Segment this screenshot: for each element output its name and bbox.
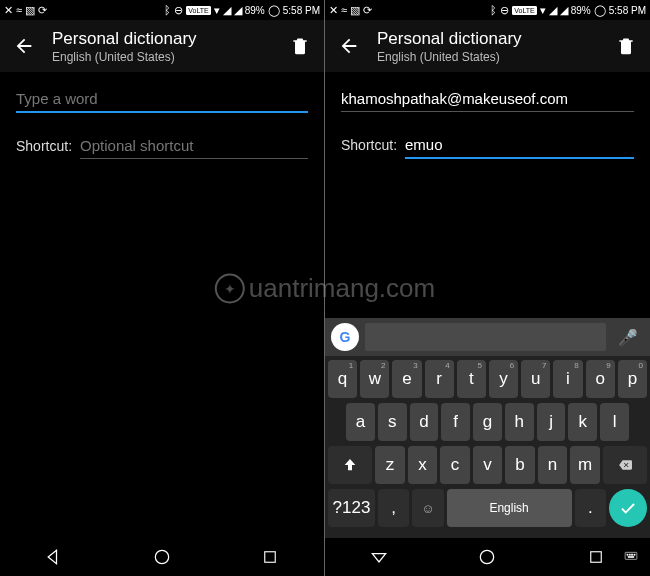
refresh-icon: ⟳ — [38, 5, 47, 16]
key-l[interactable]: l — [600, 403, 629, 441]
dnd-icon: ⊖ — [174, 5, 183, 16]
enter-key[interactable] — [609, 489, 647, 527]
key-x[interactable]: x — [408, 446, 438, 484]
key-s[interactable]: s — [378, 403, 407, 441]
key-r[interactable]: r4 — [425, 360, 454, 398]
key-v[interactable]: v — [473, 446, 503, 484]
svg-point-0 — [155, 550, 168, 563]
battery-percent: 89% — [245, 5, 265, 16]
page-subtitle: English (United States) — [52, 50, 272, 64]
wifi-icon: ▾ — [540, 5, 546, 16]
key-b[interactable]: b — [505, 446, 535, 484]
nav-recent-button[interactable] — [585, 546, 607, 568]
key-m[interactable]: m — [570, 446, 600, 484]
key-p[interactable]: p0 — [618, 360, 647, 398]
wifi-icon: ▾ — [214, 5, 220, 16]
key-g[interactable]: g — [473, 403, 502, 441]
delete-button[interactable] — [614, 34, 638, 58]
page-title: Personal dictionary — [52, 29, 272, 49]
period-key[interactable]: . — [575, 489, 606, 527]
key-q[interactable]: q1 — [328, 360, 357, 398]
battery-percent: 89% — [571, 5, 591, 16]
status-icon: ✕ — [329, 5, 338, 16]
key-w[interactable]: w2 — [360, 360, 389, 398]
shortcut-label: Shortcut: — [16, 138, 72, 154]
refresh-icon: ⟳ — [363, 5, 372, 16]
signal-icon: ◢ — [223, 5, 231, 16]
comma-key[interactable]: , — [378, 489, 409, 527]
image-icon: ▧ — [25, 5, 35, 16]
back-button[interactable] — [337, 34, 361, 58]
nav-back-button[interactable] — [43, 546, 65, 568]
word-input[interactable] — [341, 84, 634, 112]
space-key[interactable]: English — [447, 489, 572, 527]
google-icon[interactable]: G — [331, 323, 359, 351]
key-c[interactable]: c — [440, 446, 470, 484]
key-k[interactable]: k — [568, 403, 597, 441]
emoji-key[interactable]: ☺ — [412, 489, 443, 527]
symbols-key[interactable]: ?123 — [328, 489, 375, 527]
suggestion-area[interactable] — [365, 323, 606, 351]
nav-home-button[interactable] — [476, 546, 498, 568]
signal-icon: ◢ — [549, 5, 557, 16]
app-bar: Personal dictionary English (United Stat… — [325, 20, 650, 72]
key-j[interactable]: j — [537, 403, 566, 441]
dnd-icon: ⊖ — [500, 5, 509, 16]
mic-icon[interactable]: 🎤 — [612, 328, 644, 347]
key-a[interactable]: a — [346, 403, 375, 441]
status-icon: ≈ — [341, 5, 347, 16]
delete-button[interactable] — [288, 34, 312, 58]
key-i[interactable]: i8 — [553, 360, 582, 398]
svg-rect-9 — [628, 556, 634, 557]
svg-rect-1 — [265, 552, 276, 563]
signal-icon: ◢ — [234, 5, 242, 16]
volte-badge: VoLTE — [512, 6, 537, 15]
key-e[interactable]: e3 — [392, 360, 421, 398]
on-screen-keyboard: G 🎤 q1w2e3r4t5y6u7i8o9p0 asdfghjkl zxcvb… — [325, 318, 650, 538]
backspace-key[interactable] — [603, 446, 647, 484]
bluetooth-icon: ᛒ — [164, 5, 171, 16]
bluetooth-icon: ᛒ — [490, 5, 497, 16]
shortcut-input[interactable] — [80, 131, 308, 159]
page-title: Personal dictionary — [377, 29, 598, 49]
key-y[interactable]: y6 — [489, 360, 518, 398]
key-t[interactable]: t5 — [457, 360, 486, 398]
status-bar: ✕ ≈ ▧ ⟳ ᛒ ⊖ VoLTE ▾ ◢ ◢ 89% ◯ 5:58 PM — [325, 0, 650, 20]
phone-screen-empty: ✕ ≈ ▧ ⟳ ᛒ ⊖ VoLTE ▾ ◢ ◢ 89% ◯ 5:58 PM — [0, 0, 325, 576]
svg-rect-6 — [629, 554, 630, 555]
word-input[interactable] — [16, 84, 308, 113]
battery-icon: ◯ — [594, 5, 606, 16]
nav-back-button[interactable] — [368, 546, 390, 568]
image-icon: ▧ — [350, 5, 360, 16]
page-subtitle: English (United States) — [377, 50, 598, 64]
status-icon: ✕ — [4, 5, 13, 16]
key-d[interactable]: d — [410, 403, 439, 441]
svg-rect-5 — [627, 554, 628, 555]
svg-point-2 — [481, 550, 494, 563]
status-bar: ✕ ≈ ▧ ⟳ ᛒ ⊖ VoLTE ▾ ◢ ◢ 89% ◯ 5:58 PM — [0, 0, 324, 20]
key-o[interactable]: o9 — [586, 360, 615, 398]
status-icon: ≈ — [16, 5, 22, 16]
navigation-bar — [325, 538, 650, 576]
key-h[interactable]: h — [505, 403, 534, 441]
svg-rect-7 — [632, 554, 633, 555]
clock: 5:58 PM — [609, 5, 646, 16]
key-f[interactable]: f — [441, 403, 470, 441]
key-u[interactable]: u7 — [521, 360, 550, 398]
shift-key[interactable] — [328, 446, 372, 484]
shortcut-input[interactable] — [405, 130, 634, 159]
key-n[interactable]: n — [538, 446, 568, 484]
clock: 5:58 PM — [283, 5, 320, 16]
app-bar: Personal dictionary English (United Stat… — [0, 20, 324, 72]
nav-recent-button[interactable] — [259, 546, 281, 568]
keyboard-suggestion-bar[interactable]: G 🎤 — [325, 318, 650, 356]
back-button[interactable] — [12, 34, 36, 58]
keyboard-toggle-icon[interactable] — [620, 546, 642, 568]
nav-home-button[interactable] — [151, 546, 173, 568]
svg-rect-3 — [591, 552, 602, 563]
volte-badge: VoLTE — [186, 6, 211, 15]
svg-rect-8 — [634, 554, 635, 555]
battery-icon: ◯ — [268, 5, 280, 16]
key-z[interactable]: z — [375, 446, 405, 484]
navigation-bar — [0, 538, 324, 576]
